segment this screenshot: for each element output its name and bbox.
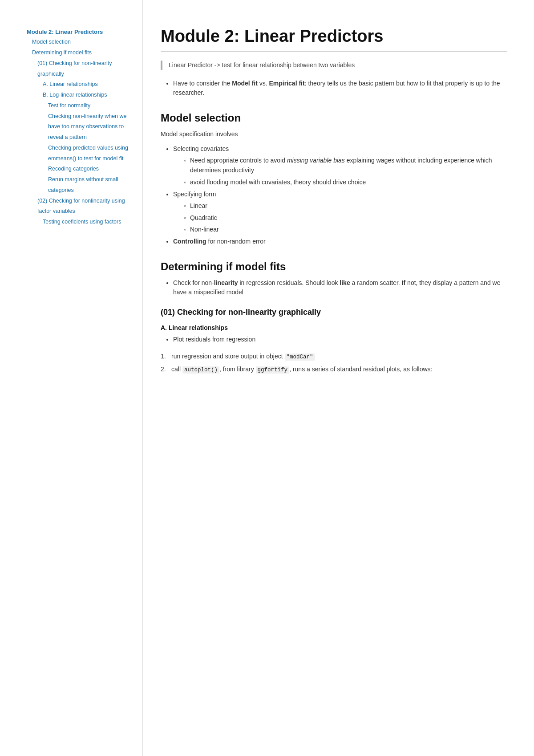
linear-rel-bullets: Plot residuals from regression [161, 335, 507, 344]
step-2: call autoplot(), from library ggfortify,… [161, 364, 507, 374]
toc-item-model-selection[interactable]: Model selection [27, 37, 134, 48]
intro-bullet-item: Have to consider the Model fit vs. Empir… [173, 79, 507, 98]
determining-bullet-1: Check for non-linearity in regression re… [173, 278, 507, 297]
bullet-controlling: Controlling for non-random error [173, 237, 507, 246]
model-selection-heading: Model selection [161, 112, 507, 124]
checking-graphically-heading: (01) Checking for non-linearity graphica… [161, 308, 507, 317]
code-modcar: "modCar" [285, 354, 315, 361]
covariate-sub-2: avoid flooding model with covariates, th… [184, 177, 507, 187]
model-spec-text: Model specification involves [161, 130, 507, 139]
covariates-subitems: Need appropriate controls to avoid missi… [173, 155, 507, 187]
toc-item-linear-rel[interactable]: A. Linear relationships [27, 79, 134, 90]
code-ggfortify: ggfortify [256, 366, 290, 374]
bullet-selecting-covariates: Selecting covariates Need appropriate co… [173, 144, 507, 187]
step-1: run regression and store output in objec… [161, 351, 507, 362]
intro-bullets: Have to consider the Model fit vs. Empir… [161, 79, 507, 98]
linear-rel-steps: run regression and store output in objec… [161, 351, 507, 374]
determining-heading: Determining if model fits [161, 260, 507, 273]
toc-item-recoding[interactable]: Recoding categories [27, 164, 134, 175]
toc-item-normality[interactable]: Test for normality [27, 101, 134, 111]
intro-quote-text: Linear Predictor -> test for linear rela… [169, 61, 355, 69]
form-nonlinear: Non-linear [184, 224, 507, 234]
intro-quote: Linear Predictor -> test for linear rela… [161, 61, 507, 70]
form-subitems: Linear Quadratic Non-linear [173, 201, 507, 234]
code-autoplot: autoplot() [182, 366, 219, 374]
form-linear: Linear [184, 201, 507, 211]
model-selection-list: Selecting covariates Need appropriate co… [161, 144, 507, 246]
form-quadratic: Quadratic [184, 213, 507, 223]
bullet-specifying-form: Specifying form Linear Quadratic Non-lin… [173, 190, 507, 234]
toc-item-determining[interactable]: Determining if model fits [27, 48, 134, 58]
toc-title: Module 2: Linear Predictors [27, 28, 103, 35]
toc-item-rerun-margins[interactable]: Rerun margins without small categories [27, 175, 134, 196]
toc-items: Model selection Determining if model fit… [27, 37, 134, 228]
determining-bullets: Check for non-linearity in regression re… [161, 278, 507, 297]
covariate-sub-1: Need appropriate controls to avoid missi… [184, 155, 507, 175]
linear-relationships-heading: A. Linear relationships [161, 324, 507, 331]
page-title: Module 2: Linear Predictors [161, 27, 507, 52]
toc-item-too-many-obs[interactable]: Checking non-linearity when we have too … [27, 111, 134, 143]
main-content: Module 2: Linear Predictors Linear Predi… [142, 0, 534, 756]
toc-sidebar: Module 2: Linear Predictors Model select… [0, 0, 142, 756]
toc-item-02-checking[interactable]: (02) Checking for nonlinearity using fac… [27, 196, 134, 217]
linear-rel-bullet-1: Plot residuals from regression [173, 335, 507, 344]
toc-item-emmeans[interactable]: Checking predicted values using emmeans(… [27, 143, 134, 164]
toc-item-01-checking[interactable]: (01) Checking for non-linearity graphica… [27, 58, 134, 80]
toc-item-testing-coef[interactable]: Testing coeficients using factors [27, 217, 134, 228]
toc-item-log-linear[interactable]: B. Log-linear relationships [27, 90, 134, 101]
